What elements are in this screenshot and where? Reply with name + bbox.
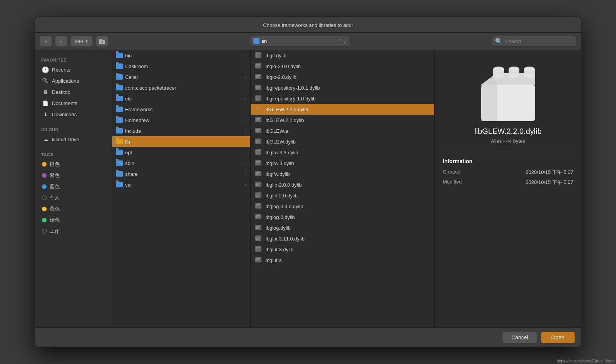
file-label: libGLEW.dylib [264, 139, 296, 145]
file-label: libglut.3.dylib [264, 247, 293, 252]
list-item[interactable]: libglut.3.dylib [251, 244, 434, 255]
list-item[interactable]: Caskroom› [112, 61, 250, 72]
list-item[interactable]: libgio-2.0.0.dylib [251, 61, 434, 72]
dylib-icon [254, 213, 262, 222]
sidebar-item-work[interactable]: 工作 [37, 226, 110, 237]
dylib-icon [254, 245, 262, 254]
dylib-icon [254, 105, 262, 114]
open-button[interactable]: Open [541, 332, 575, 343]
dylib-icon [254, 224, 262, 232]
tags-header: Tags [35, 149, 112, 159]
chevron-right-icon: › [245, 172, 246, 176]
dylib-icon [254, 148, 262, 157]
sidebar-item-blue[interactable]: 蓝色 [37, 181, 110, 192]
sidebar-item-purple[interactable]: 紫色 [37, 170, 110, 181]
sidebar-item-icloud-drive[interactable]: ☁ iCloud Drive [37, 134, 110, 145]
panel2-list: libgif.dyliblibgio-2.0.0.dyliblibgio-2.0… [251, 50, 434, 265]
sidebar: Favorites 🕐 Recents Applications 🖥 Deskt… [35, 50, 112, 327]
list-item[interactable]: Cellar› [112, 72, 250, 82]
list-item[interactable]: libgif.dylib [251, 50, 434, 61]
list-item[interactable]: share› [112, 169, 250, 179]
list-item[interactable]: var› [112, 179, 250, 190]
list-item[interactable]: libglib-2.0.0.dylib [251, 179, 434, 190]
search-icon: 🔍 [495, 38, 503, 45]
cancel-button[interactable]: Cancel [502, 332, 537, 343]
list-item[interactable]: sbin› [112, 158, 250, 169]
sidebar-item-personal[interactable]: 个人 [37, 192, 110, 203]
list-item[interactable]: libglog.dylib [251, 222, 434, 233]
new-folder-button[interactable] [96, 36, 108, 47]
svg-point-106 [509, 73, 519, 78]
chevron-right-icon: › [245, 161, 246, 165]
file-label: libglog.dylib [264, 225, 291, 231]
desktop-icon: 🖥 [42, 88, 49, 95]
back-button[interactable]: ‹ [40, 36, 52, 47]
sidebar-label: Applications [52, 78, 79, 84]
sidebar-item-orange[interactable]: 橙色 [37, 159, 110, 170]
dylib-icon [254, 256, 262, 265]
sidebar-item-desktop[interactable]: 🖥 Desktop [37, 87, 110, 97]
list-item[interactable]: libGLEW.2.2.0.dylib [251, 104, 434, 115]
blue-tag-dot [42, 184, 47, 189]
list-item[interactable]: libglog.0.4.0.dylib [251, 201, 434, 212]
list-item[interactable]: libGLEW.2.2.dylib [251, 115, 434, 125]
list-item[interactable]: etc› [112, 93, 250, 104]
list-item[interactable]: bin› [112, 50, 250, 61]
file-label: etc [125, 96, 132, 102]
preview-divider [443, 152, 573, 152]
dylib-icon [254, 116, 262, 125]
list-item[interactable]: include› [112, 125, 250, 136]
location-folder-icon [253, 38, 259, 44]
folder-icon [116, 53, 123, 58]
sidebar-item-recents[interactable]: 🕐 Recents [37, 64, 110, 75]
sidebar-label: 蓝色 [50, 183, 60, 190]
file-panel-1: bin›Caskroom›Cellar›com.cisco.packettrac… [112, 50, 251, 327]
list-item[interactable]: libgirepository-1.0.dylib [251, 93, 434, 104]
list-item[interactable]: libgio-2.0.dylib [251, 72, 434, 82]
sidebar-item-green[interactable]: 绿色 [37, 215, 110, 225]
list-item[interactable]: Homebrew› [112, 115, 250, 125]
created-value: 2020/10/15 下午 5:07 [477, 169, 573, 176]
list-item[interactable]: libglib-2.0.dylib [251, 190, 434, 201]
sidebar-label: 紫色 [50, 172, 60, 179]
location-bar[interactable]: lib ⌃⌄ [250, 36, 350, 47]
list-item[interactable]: libglfw.3.dylib [251, 158, 434, 169]
list-item[interactable]: libglut.a [251, 255, 434, 265]
dylib-icon [254, 234, 262, 243]
list-item[interactable]: libGLEW.dylib [251, 136, 434, 147]
list-item[interactable]: Frameworks› [112, 104, 250, 115]
list-item[interactable]: libGLEW.a [251, 125, 434, 136]
list-item[interactable]: libgirepository-1.0.1.dylib [251, 82, 434, 93]
list-item[interactable]: lib› [112, 136, 250, 147]
dylib-icon [254, 202, 262, 211]
preview-modified-row: Modified 2020/10/15 下午 5:07 [443, 179, 573, 186]
file-label: Frameworks [125, 107, 153, 112]
downloads-icon: ⬇ [42, 111, 49, 118]
sidebar-label: iCloud Drive [52, 137, 79, 142]
forward-button[interactable]: › [55, 36, 67, 47]
search-box[interactable]: 🔍 [492, 36, 576, 47]
sidebar-item-applications[interactable]: Applications [37, 75, 110, 86]
list-item[interactable]: libglog.0.dylib [251, 212, 434, 222]
file-label: share [125, 171, 138, 177]
sidebar-item-downloads[interactable]: ⬇ Downloads [37, 109, 110, 120]
file-label: include [125, 128, 141, 134]
list-item[interactable]: opt› [112, 147, 250, 158]
preview-panel: libGLEW.2.2.0.dylib Alias - 44 bytes Inf… [435, 50, 581, 327]
view-toggle[interactable]: ⊞⊞ ▼ [70, 36, 93, 47]
list-item[interactable]: libglfw.dylib [251, 169, 434, 179]
list-item[interactable]: com.cisco.packettracer› [112, 82, 250, 93]
search-input[interactable] [505, 38, 573, 44]
chevron-right-icon: › [245, 183, 246, 187]
watermark: https://blog.csdn.net/Eurus_Wang [557, 359, 614, 363]
sidebar-item-yellow[interactable]: 黄色 [37, 204, 110, 214]
file-label: libGLEW.2.2.dylib [264, 117, 304, 123]
panel1-list: bin›Caskroom›Cellar›com.cisco.packettrac… [112, 50, 250, 190]
list-item[interactable]: libglut.3.11.0.dylib [251, 233, 434, 244]
dialog-title: Choose frameworks and libraries to add: [263, 22, 353, 28]
folder-icon [116, 107, 123, 112]
file-label: libGLEW.a [264, 128, 288, 134]
folder-icon [116, 128, 123, 134]
sidebar-item-documents[interactable]: 📄 Documents [37, 98, 110, 109]
list-item[interactable]: libglfw.3.3.dylib [251, 147, 434, 158]
